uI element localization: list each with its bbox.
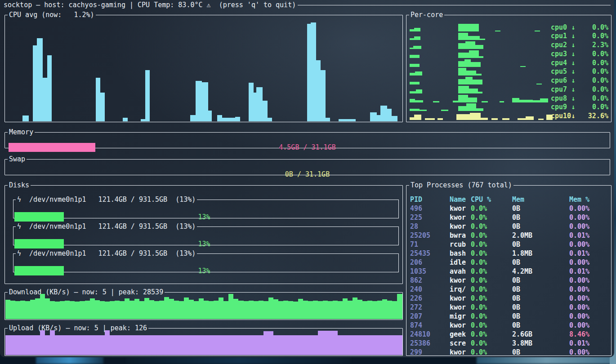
disks-panel: Disks ϟ /dev/nvme0n1p1 121.4GB / 931.5GB… xyxy=(4,182,403,284)
download-bar xyxy=(174,301,179,319)
upload-bar xyxy=(144,335,149,355)
upload-bar xyxy=(397,335,402,355)
pid-cell: 28 xyxy=(410,222,450,231)
core-spark-bar xyxy=(458,43,465,49)
download-bar xyxy=(283,301,288,319)
cpu-avg-bar xyxy=(37,38,43,121)
core-spark-bar xyxy=(491,118,498,120)
core-spark-bar xyxy=(469,89,478,93)
download-bar xyxy=(25,301,30,319)
name-cell: kwor xyxy=(450,222,471,231)
upload-bar xyxy=(214,335,219,355)
core-spark-bar xyxy=(410,64,420,67)
cpu-cell: 0.0% xyxy=(471,276,512,284)
cpu6-label: cpu6↓0.0% xyxy=(551,76,608,85)
cpu2-label: cpu2↓2.3% xyxy=(551,41,608,49)
upload-bar xyxy=(55,335,60,355)
upload-bar xyxy=(10,335,15,355)
cpu-avg-bar xyxy=(392,116,397,121)
download-bar xyxy=(120,301,125,319)
cpu-avg-bar xyxy=(100,93,105,121)
mem-pct-cell: 0.01% xyxy=(569,249,609,257)
disk-flash-icon: ϟ xyxy=(17,249,21,257)
download-bar xyxy=(40,294,45,319)
pid-cell: 207 xyxy=(410,312,450,320)
download-bar xyxy=(189,300,194,319)
core-spark-bar xyxy=(519,100,533,102)
mem-cell: 0B xyxy=(512,303,569,311)
core-usage-value: 0.0% xyxy=(575,85,608,94)
upload-bar xyxy=(115,335,120,355)
cpu4-sparkline xyxy=(410,58,551,67)
upload-bar xyxy=(95,335,100,355)
cpu-cell: 0.0% xyxy=(471,294,512,302)
core-spark-bar xyxy=(479,56,483,58)
cpu1-sparkline xyxy=(410,32,551,41)
download-bar xyxy=(313,301,318,319)
core-spark-bar xyxy=(458,79,465,84)
column-header-memp: Mem % xyxy=(569,195,609,204)
name-cell: kwor xyxy=(450,294,471,302)
column-header-cpu: CPU % xyxy=(471,195,512,204)
upload-panel: Upload (KB/s) — now: 5 | peak: 126 xyxy=(4,324,403,356)
download-bar xyxy=(100,301,105,319)
core-name: cpu4 xyxy=(551,59,571,67)
upload-bar xyxy=(343,335,348,355)
mem-pct-cell: 0.00% xyxy=(569,276,609,284)
core-spark-bar xyxy=(473,80,482,84)
download-bar xyxy=(85,301,90,319)
disk-gauge: 13% xyxy=(14,212,394,222)
core-usage-value: 0.0% xyxy=(575,32,608,40)
upload-bar xyxy=(139,335,144,355)
download-bar xyxy=(129,301,134,319)
swap-gauge: 0B / 31.1GB xyxy=(9,170,606,179)
terminal-window[interactable]: socktop — host: cachyos-gaming | CPU Tem… xyxy=(0,0,614,357)
core-usage-value: 0.0% xyxy=(575,67,608,76)
download-bar xyxy=(288,301,293,319)
cpu-avg-bar xyxy=(387,109,392,121)
name-cell: kwor xyxy=(450,303,471,311)
memory-panel-title: Memory xyxy=(8,129,35,136)
cpu-cell: 0.0% xyxy=(471,231,512,240)
core-name: cpu3 xyxy=(551,50,571,58)
download-bar xyxy=(159,301,164,319)
download-bar xyxy=(110,301,115,319)
download-bar xyxy=(273,299,278,319)
core-spark-bar xyxy=(458,53,469,58)
cpu-cell: 0.0% xyxy=(471,213,512,222)
core-spark-bar xyxy=(520,66,526,67)
core-spark-bar xyxy=(466,71,476,75)
column-header-pid: PID xyxy=(410,195,450,204)
cpu-cell: 0.0% xyxy=(471,240,512,249)
upload-bar xyxy=(308,335,313,355)
core-spark-bar xyxy=(481,118,488,120)
download-bar xyxy=(228,294,233,319)
core-name: cpu5 xyxy=(551,67,571,76)
column-header-name: Name xyxy=(450,195,471,204)
cpu6-sparkline xyxy=(410,76,551,85)
trend-down-arrow-icon: ↓ xyxy=(571,112,575,120)
mem-pct-cell: 0.01% xyxy=(569,339,609,347)
core-spark-bar xyxy=(458,95,468,102)
name-cell: idle xyxy=(450,258,471,266)
cpu-avg-bar xyxy=(370,112,377,121)
download-bar xyxy=(169,299,174,319)
cpu0-sparkline xyxy=(410,23,551,32)
core-spark-bar xyxy=(465,77,473,84)
download-bar xyxy=(387,301,392,319)
disk-entry-text: /dev/nvme0n1p1 121.4GB / 931.5GB (13%) xyxy=(21,195,196,204)
cpu-cell: 0.0% xyxy=(471,312,512,320)
download-bar xyxy=(353,297,357,319)
core-spark-bar xyxy=(416,89,422,93)
pid-cell: 299 xyxy=(410,348,450,356)
upload-bar xyxy=(338,335,343,355)
name-cell: kwor xyxy=(450,213,471,222)
mem-cell: 0B xyxy=(512,213,569,222)
swap-usage-label: 0B / 31.1GB xyxy=(9,170,606,179)
memory-usage-label: 4.5GB / 31.1GB xyxy=(9,143,606,152)
upload-bar xyxy=(25,335,30,355)
cpu-avg-bar xyxy=(307,24,311,121)
pid-cell: 496 xyxy=(410,204,450,213)
cpu9-label: cpu9↓0.0% xyxy=(551,103,608,111)
upload-bar xyxy=(199,335,204,355)
